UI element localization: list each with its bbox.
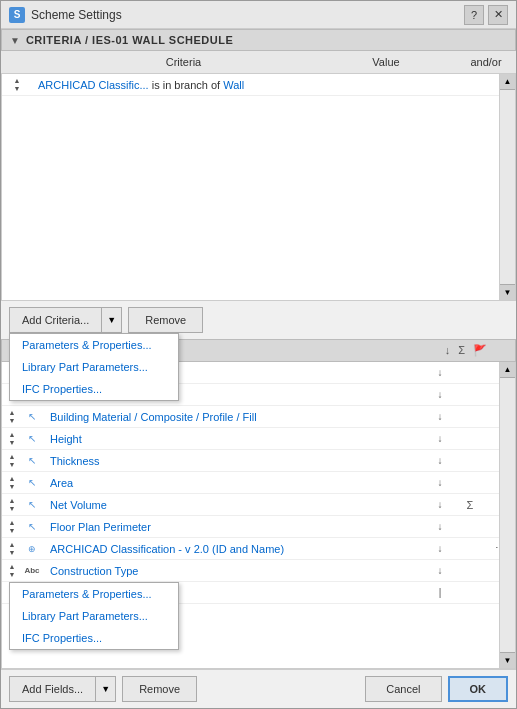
drag-handle-icon[interactable]: ▲▼	[2, 431, 22, 446]
scheme-settings-window: S Scheme Settings ? ✕ ▼ CRITERIA / IES-0…	[0, 0, 517, 709]
cancel-button[interactable]: Cancel	[365, 676, 441, 702]
field-sort-arrow: ↓	[425, 433, 455, 444]
criteria-table-header: Criteria Value and/or	[1, 51, 516, 74]
fields-dropdown-item-library[interactable]: Library Part Parameters...	[10, 605, 178, 627]
fields-dropdown-menu: Parameters & Properties... Library Part …	[9, 582, 179, 650]
cursor-icon: ↖	[24, 519, 40, 535]
window-title: Scheme Settings	[31, 8, 458, 22]
table-row[interactable]: ▲▼ ↖ Floor Plan Perimeter ↓	[2, 516, 515, 538]
drag-handle-icon[interactable]: ▲▼	[2, 409, 22, 424]
criteria-section-title: CRITERIA / IES-01 WALL SCHEDULE	[26, 34, 233, 46]
collapse-arrow-icon[interactable]: ▼	[10, 35, 20, 46]
help-button[interactable]: ?	[464, 5, 484, 25]
app-icon: S	[9, 7, 25, 23]
criteria-col-value: Value	[336, 54, 436, 70]
table-row[interactable]: ▲▼ ↖ Building Material / Composite / Pro…	[2, 406, 515, 428]
criteria-button-row: Add Criteria... ▼ Remove Parameters & Pr…	[1, 301, 516, 339]
add-criteria-split-button[interactable]: Add Criteria... ▼	[9, 307, 122, 333]
table-row[interactable]: ▲▼ ↖ Height ↓	[2, 428, 515, 450]
cursor-icon: ↖	[24, 409, 40, 425]
cursor-icon: ↖	[24, 475, 40, 491]
cursor-icon: ↖	[24, 431, 40, 447]
fields-scrollbar-up[interactable]: ▲	[500, 362, 515, 378]
dropdown-item-params[interactable]: Parameters & Properties...	[10, 334, 178, 356]
field-sort-arrow: ↓	[425, 543, 455, 554]
add-criteria-dropdown-arrow[interactable]: ▼	[101, 308, 121, 332]
main-content: ▼ CRITERIA / IES-01 WALL SCHEDULE Criter…	[1, 29, 516, 708]
fields-scrollbar-track	[500, 378, 515, 652]
field-name-net-volume: Net Volume	[46, 497, 425, 513]
criteria-value	[335, 83, 435, 87]
drag-handle-icon[interactable]: ▲▼	[2, 519, 22, 534]
criteria-scrollbar[interactable]: ▲ ▼	[499, 74, 515, 300]
scrollbar-up-arrow[interactable]: ▲	[500, 74, 515, 90]
field-sort-arrow: |	[425, 587, 455, 598]
dropdown-item-ifc[interactable]: IFC Properties...	[10, 378, 178, 400]
remove-criteria-button[interactable]: Remove	[128, 307, 203, 333]
field-sort-arrow: ↓	[425, 499, 455, 510]
criteria-col-criteria: Criteria	[31, 54, 336, 70]
titlebar: S Scheme Settings ? ✕	[1, 1, 516, 29]
drag-handle-icon[interactable]: ▲▼	[2, 541, 22, 556]
field-sort-arrow: ↓	[425, 477, 455, 488]
close-button[interactable]: ✕	[488, 5, 508, 25]
table-row[interactable]: ▲▼ ⊕ ARCHICAD Classification - v 2.0 (ID…	[2, 538, 515, 560]
cursor-icon: ↖	[24, 497, 40, 513]
ok-button[interactable]: OK	[448, 676, 509, 702]
criteria-paren-close	[435, 83, 455, 87]
field-sort-arrow: ↓	[425, 389, 455, 400]
table-row[interactable]: ▲▼ ↖ Thickness ↓	[2, 450, 515, 472]
criteria-text: ARCHICAD Classific... is in branch of Wa…	[32, 77, 335, 93]
fields-scrollbar[interactable]: ▲ ▼	[499, 362, 515, 668]
criteria-col-paren-open	[1, 54, 31, 70]
drag-handle-icon[interactable]: ▲▼	[2, 563, 22, 578]
field-name-construction-type: Construction Type	[46, 563, 425, 579]
remove-fields-button[interactable]: Remove	[122, 676, 197, 702]
criteria-dropdown-menu: Parameters & Properties... Library Part …	[9, 333, 179, 401]
drag-handle-icon[interactable]: ▲▼	[2, 497, 22, 512]
field-name-height: Height	[46, 431, 425, 447]
add-fields-button[interactable]: Add Fields...	[10, 677, 95, 701]
add-fields-dropdown-arrow[interactable]: ▼	[95, 677, 115, 701]
criteria-is-in: is in branch of	[152, 79, 224, 91]
table-row[interactable]: ▲▼ ↖ Net Volume ↓ Σ	[2, 494, 515, 516]
field-sigma: Σ	[455, 499, 485, 511]
field-name-thickness: Thickness	[46, 453, 425, 469]
criteria-col-andor: and/or	[456, 54, 516, 70]
field-name-area: Area	[46, 475, 425, 491]
table-row[interactable]: ▲▼ Abc Construction Type ↓	[2, 560, 515, 582]
field-sort-arrow: ↓	[425, 565, 455, 576]
field-name-floor-plan-perimeter: Floor Plan Perimeter	[46, 519, 425, 535]
field-sort-arrow: ↓	[425, 521, 455, 532]
fields-dropdown-item-params[interactable]: Parameters & Properties...	[10, 583, 178, 605]
scrollbar-down-arrow[interactable]: ▼	[500, 284, 515, 300]
cursor-icon: ↖	[24, 453, 40, 469]
table-row[interactable]: ▲▼ ↖ Area ↓	[2, 472, 515, 494]
sigma-col-icon: Σ	[458, 344, 465, 357]
criteria-table-body: ▲▼ ARCHICAD Classific... is in branch of…	[1, 74, 516, 301]
criteria-col-paren-close	[436, 54, 456, 70]
sort-col-icon: ↓	[445, 344, 451, 357]
abc-icon: Abc	[24, 563, 40, 579]
add-criteria-button[interactable]: Add Criteria...	[10, 308, 101, 332]
fields-button-row: Add Fields... ▼ Remove Cancel OK Paramet…	[1, 669, 516, 708]
fields-dropdown-item-ifc[interactable]: IFC Properties...	[10, 627, 178, 649]
criteria-section-header: ▼ CRITERIA / IES-01 WALL SCHEDULE	[1, 29, 516, 51]
scrollbar-track	[500, 90, 515, 284]
sort-icon: ▲▼	[8, 77, 26, 92]
dropdown-item-library[interactable]: Library Part Parameters...	[10, 356, 178, 378]
criteria-paren-open: ▲▼	[2, 75, 32, 94]
fields-col-icons: ↓ Σ 🚩	[445, 344, 507, 357]
titlebar-buttons: ? ✕	[464, 5, 508, 25]
fields-scrollbar-down[interactable]: ▼	[500, 652, 515, 668]
add-fields-split-button[interactable]: Add Fields... ▼	[9, 676, 116, 702]
archicad-icon: ⊕	[24, 541, 40, 557]
criteria-wall: Wall	[223, 79, 244, 91]
drag-handle-icon[interactable]: ▲▼	[2, 475, 22, 490]
drag-handle-icon[interactable]: ▲▼	[2, 453, 22, 468]
field-name-building-material: Building Material / Composite / Profile …	[46, 409, 425, 425]
field-sort-arrow: ↓	[425, 411, 455, 422]
criteria-classif: ARCHICAD Classific...	[38, 79, 152, 91]
table-row[interactable]: ▲▼ ARCHICAD Classific... is in branch of…	[2, 74, 515, 96]
field-sort-arrow: ↓	[425, 455, 455, 466]
